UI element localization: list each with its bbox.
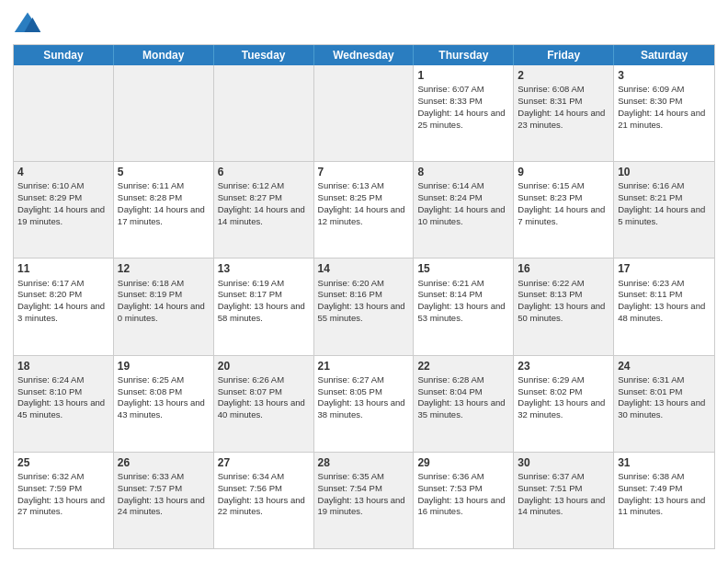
day-cell-3: 3Sunrise: 6:09 AM Sunset: 8:30 PM Daylig…	[614, 65, 714, 161]
calendar-row-4: 25Sunrise: 6:32 AM Sunset: 7:59 PM Dayli…	[14, 453, 714, 548]
day-cell-7: 7Sunrise: 6:13 AM Sunset: 8:25 PM Daylig…	[314, 162, 415, 258]
calendar-row-3: 18Sunrise: 6:24 AM Sunset: 8:10 PM Dayli…	[14, 356, 714, 453]
calendar-row-2: 11Sunrise: 6:17 AM Sunset: 8:20 PM Dayli…	[14, 259, 714, 355]
day-info: Sunrise: 6:16 AM Sunset: 8:21 PM Dayligh…	[618, 180, 705, 225]
day-info: Sunrise: 6:19 AM Sunset: 8:17 PM Dayligh…	[218, 278, 305, 323]
day-cell-8: 8Sunrise: 6:14 AM Sunset: 8:24 PM Daylig…	[414, 162, 514, 258]
empty-cell-0-0	[14, 65, 114, 161]
day-info: Sunrise: 6:29 AM Sunset: 8:02 PM Dayligh…	[518, 374, 605, 419]
day-cell-22: 22Sunrise: 6:28 AM Sunset: 8:04 PM Dayli…	[414, 356, 514, 452]
empty-cell-0-3	[314, 65, 415, 161]
day-info: Sunrise: 6:09 AM Sunset: 8:30 PM Dayligh…	[618, 84, 705, 129]
day-number: 3	[618, 68, 711, 83]
day-info: Sunrise: 6:27 AM Sunset: 8:05 PM Dayligh…	[318, 374, 405, 419]
page: SundayMondayTuesdayWednesdayThursdayFrid…	[0, 0, 728, 563]
day-number: 25	[17, 455, 109, 470]
day-cell-9: 9Sunrise: 6:15 AM Sunset: 8:23 PM Daylig…	[514, 162, 614, 258]
day-number: 18	[17, 359, 109, 373]
day-cell-5: 5Sunrise: 6:11 AM Sunset: 8:28 PM Daylig…	[114, 162, 214, 258]
day-cell-17: 17Sunrise: 6:23 AM Sunset: 8:11 PM Dayli…	[614, 259, 714, 354]
day-cell-6: 6Sunrise: 6:12 AM Sunset: 8:27 PM Daylig…	[214, 162, 314, 258]
day-number: 12	[118, 261, 210, 276]
calendar-row-0: 1Sunrise: 6:07 AM Sunset: 8:33 PM Daylig…	[14, 65, 714, 162]
day-cell-2: 2Sunrise: 6:08 AM Sunset: 8:31 PM Daylig…	[514, 65, 614, 161]
day-number: 1	[417, 68, 509, 83]
day-info: Sunrise: 6:21 AM Sunset: 8:14 PM Dayligh…	[417, 278, 505, 323]
day-cell-1: 1Sunrise: 6:07 AM Sunset: 8:33 PM Daylig…	[414, 65, 514, 161]
day-number: 30	[518, 455, 609, 470]
day-number: 6	[218, 165, 310, 179]
day-cell-30: 30Sunrise: 6:37 AM Sunset: 7:51 PM Dayli…	[514, 453, 614, 548]
header-day-monday: Monday	[114, 45, 214, 65]
empty-cell-0-2	[214, 65, 314, 161]
header	[13, 9, 715, 39]
day-info: Sunrise: 6:32 AM Sunset: 7:59 PM Dayligh…	[17, 471, 105, 516]
day-cell-18: 18Sunrise: 6:24 AM Sunset: 8:10 PM Dayli…	[14, 356, 114, 452]
day-number: 7	[318, 165, 410, 179]
day-cell-10: 10Sunrise: 6:16 AM Sunset: 8:21 PM Dayli…	[614, 162, 714, 258]
day-info: Sunrise: 6:12 AM Sunset: 8:27 PM Dayligh…	[218, 180, 305, 225]
calendar: SundayMondayTuesdayWednesdayThursdayFrid…	[13, 44, 715, 549]
day-cell-27: 27Sunrise: 6:34 AM Sunset: 7:56 PM Dayli…	[214, 453, 314, 548]
day-info: Sunrise: 6:33 AM Sunset: 7:57 PM Dayligh…	[118, 471, 205, 516]
day-info: Sunrise: 6:13 AM Sunset: 8:25 PM Dayligh…	[318, 180, 405, 225]
header-day-sunday: Sunday	[14, 45, 114, 65]
day-info: Sunrise: 6:36 AM Sunset: 7:53 PM Dayligh…	[417, 471, 505, 516]
day-cell-19: 19Sunrise: 6:25 AM Sunset: 8:08 PM Dayli…	[114, 356, 214, 452]
day-info: Sunrise: 6:24 AM Sunset: 8:10 PM Dayligh…	[17, 374, 105, 419]
day-info: Sunrise: 6:11 AM Sunset: 8:28 PM Dayligh…	[118, 180, 205, 225]
day-number: 27	[218, 455, 310, 470]
day-number: 16	[518, 261, 609, 276]
day-info: Sunrise: 6:25 AM Sunset: 8:08 PM Dayligh…	[118, 374, 205, 419]
calendar-row-1: 4Sunrise: 6:10 AM Sunset: 8:29 PM Daylig…	[14, 162, 714, 259]
day-info: Sunrise: 6:37 AM Sunset: 7:51 PM Dayligh…	[518, 471, 605, 516]
day-cell-31: 31Sunrise: 6:38 AM Sunset: 7:49 PM Dayli…	[614, 453, 714, 548]
day-info: Sunrise: 6:34 AM Sunset: 7:56 PM Dayligh…	[218, 471, 305, 516]
day-number: 24	[618, 359, 711, 373]
day-info: Sunrise: 6:22 AM Sunset: 8:13 PM Dayligh…	[518, 278, 605, 323]
day-cell-14: 14Sunrise: 6:20 AM Sunset: 8:16 PM Dayli…	[314, 259, 415, 354]
day-number: 13	[218, 261, 310, 276]
day-info: Sunrise: 6:15 AM Sunset: 8:23 PM Dayligh…	[518, 180, 605, 225]
day-info: Sunrise: 6:17 AM Sunset: 8:20 PM Dayligh…	[17, 278, 105, 323]
day-number: 17	[618, 261, 711, 276]
day-info: Sunrise: 6:18 AM Sunset: 8:19 PM Dayligh…	[118, 278, 205, 323]
day-info: Sunrise: 6:23 AM Sunset: 8:11 PM Dayligh…	[618, 278, 705, 323]
day-cell-23: 23Sunrise: 6:29 AM Sunset: 8:02 PM Dayli…	[514, 356, 614, 452]
day-number: 22	[417, 359, 509, 373]
header-day-friday: Friday	[514, 45, 614, 65]
day-info: Sunrise: 6:10 AM Sunset: 8:29 PM Dayligh…	[17, 180, 105, 225]
header-day-thursday: Thursday	[414, 45, 514, 65]
day-info: Sunrise: 6:28 AM Sunset: 8:04 PM Dayligh…	[417, 374, 505, 419]
day-cell-26: 26Sunrise: 6:33 AM Sunset: 7:57 PM Dayli…	[114, 453, 214, 548]
day-info: Sunrise: 6:35 AM Sunset: 7:54 PM Dayligh…	[318, 471, 405, 516]
day-number: 8	[417, 165, 509, 179]
logo-icon	[13, 9, 42, 39]
day-number: 29	[417, 455, 509, 470]
day-cell-12: 12Sunrise: 6:18 AM Sunset: 8:19 PM Dayli…	[114, 259, 214, 354]
day-cell-13: 13Sunrise: 6:19 AM Sunset: 8:17 PM Dayli…	[214, 259, 314, 354]
day-info: Sunrise: 6:20 AM Sunset: 8:16 PM Dayligh…	[318, 278, 405, 323]
day-number: 19	[118, 359, 210, 373]
day-cell-16: 16Sunrise: 6:22 AM Sunset: 8:13 PM Dayli…	[514, 259, 614, 354]
header-day-wednesday: Wednesday	[314, 45, 415, 65]
day-cell-29: 29Sunrise: 6:36 AM Sunset: 7:53 PM Dayli…	[414, 453, 514, 548]
day-cell-25: 25Sunrise: 6:32 AM Sunset: 7:59 PM Dayli…	[14, 453, 114, 548]
day-number: 28	[318, 455, 410, 470]
day-cell-21: 21Sunrise: 6:27 AM Sunset: 8:05 PM Dayli…	[314, 356, 415, 452]
day-cell-20: 20Sunrise: 6:26 AM Sunset: 8:07 PM Dayli…	[214, 356, 314, 452]
logo	[13, 9, 46, 39]
day-info: Sunrise: 6:31 AM Sunset: 8:01 PM Dayligh…	[618, 374, 705, 419]
day-number: 2	[518, 68, 609, 83]
day-number: 26	[118, 455, 210, 470]
day-number: 14	[318, 261, 410, 276]
day-number: 31	[618, 455, 711, 470]
day-number: 21	[318, 359, 410, 373]
day-info: Sunrise: 6:38 AM Sunset: 7:49 PM Dayligh…	[618, 471, 705, 516]
day-number: 9	[518, 165, 609, 179]
header-day-saturday: Saturday	[614, 45, 714, 65]
day-cell-24: 24Sunrise: 6:31 AM Sunset: 8:01 PM Dayli…	[614, 356, 714, 452]
day-number: 23	[518, 359, 609, 373]
day-number: 5	[118, 165, 210, 179]
day-number: 15	[417, 261, 509, 276]
